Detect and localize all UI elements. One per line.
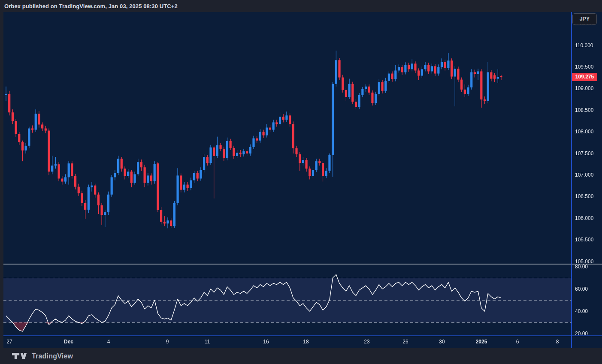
- chart-area: 110.500110.000109.500109.000108.500108.0…: [0, 12, 602, 348]
- price-axis[interactable]: 110.500110.000109.500109.000108.500108.0…: [572, 12, 602, 348]
- time-axis[interactable]: 27Dec49111618232630202568: [0, 336, 572, 348]
- rsi-pane[interactable]: [3, 265, 572, 336]
- price-tick-label: 110.000: [575, 42, 593, 49]
- time-tick-label: 16: [263, 339, 269, 345]
- time-tick-label: Dec: [64, 339, 73, 345]
- rsi-tick-label: 20.00: [575, 331, 588, 337]
- tradingview-logo-icon[interactable]: [12, 352, 27, 360]
- price-tick-label: 107.500: [575, 150, 593, 157]
- time-tick-label: 8: [556, 339, 559, 345]
- tradingview-wordmark[interactable]: TradingView: [32, 352, 73, 360]
- footer-bar: TradingView: [0, 348, 602, 364]
- time-tick-label: 26: [402, 339, 408, 345]
- time-tick-label: 6: [516, 339, 519, 345]
- price-tick-label: 106.500: [575, 193, 593, 200]
- time-tick-label: 4: [107, 339, 110, 345]
- time-tick-label: 2025: [476, 339, 487, 345]
- price-tick-label: 109.000: [575, 85, 593, 92]
- currency-toggle-jpy[interactable]: JPY: [572, 13, 597, 25]
- rsi-tick-label: 40.00: [575, 308, 588, 315]
- price-tick-label: 105.500: [575, 237, 593, 243]
- price-tick-label: 109.500: [575, 64, 593, 70]
- price-tick-label: 106.000: [575, 215, 593, 222]
- publish-text: Orbex published on TradingView.com, Jan …: [4, 0, 178, 12]
- rsi-tick-label: 80.00: [575, 264, 588, 270]
- time-tick-label: 11: [205, 339, 210, 345]
- time-tick-label: 27: [6, 339, 12, 345]
- price-tick-label: 107.000: [575, 172, 593, 178]
- time-tick-label: 9: [166, 339, 169, 345]
- main-price-pane[interactable]: [3, 12, 572, 264]
- rsi-tick-label: 60.00: [575, 286, 588, 292]
- publish-banner: Orbex published on TradingView.com, Jan …: [0, 0, 602, 12]
- time-tick-label: 18: [303, 339, 309, 345]
- price-tick-label: 108.500: [575, 107, 593, 114]
- time-tick-label: 30: [439, 339, 445, 345]
- time-tick-label: 23: [364, 339, 369, 345]
- price-tick-label: 108.000: [575, 129, 593, 135]
- last-price-badge: 109.275: [572, 73, 597, 81]
